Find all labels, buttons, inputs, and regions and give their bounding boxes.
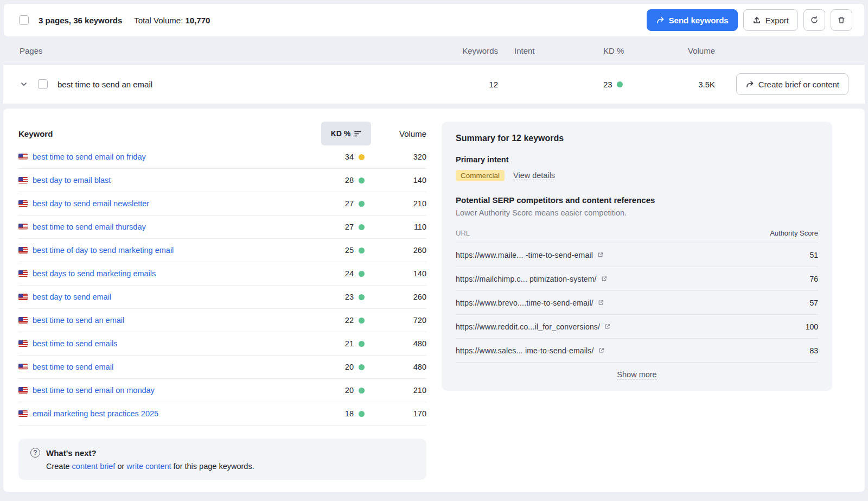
us-flag-icon bbox=[18, 177, 28, 183]
kd-dot bbox=[359, 154, 365, 160]
keyword-link[interactable]: best time to send email on monday bbox=[33, 386, 155, 395]
competitor-url-link[interactable]: https://www.brevo....time-to-send-email/ bbox=[456, 299, 604, 307]
refresh-button[interactable] bbox=[803, 9, 825, 31]
primary-intent-label: Primary intent bbox=[456, 155, 818, 164]
volume-value: 140 bbox=[380, 269, 426, 278]
url-column-header: URL bbox=[456, 229, 470, 237]
volume-value: 720 bbox=[380, 316, 426, 325]
us-flag-icon bbox=[18, 270, 28, 277]
volume-value: 210 bbox=[380, 386, 426, 395]
page-row-checkbox[interactable] bbox=[38, 79, 48, 89]
page-details-card: Keyword KD % Volume best time to send em… bbox=[3, 109, 865, 492]
competitor-row: https://www.reddit.co...il_for_conversio… bbox=[456, 315, 818, 339]
kd-value: 25 bbox=[345, 246, 354, 255]
us-flag-icon bbox=[18, 364, 28, 370]
kd-dot bbox=[359, 271, 365, 277]
keyword-row: best time to send emails 21 480 bbox=[18, 332, 426, 356]
us-flag-icon bbox=[18, 224, 28, 230]
serp-competitors-title: Potential SERP competitors and content r… bbox=[456, 195, 818, 205]
keyword-link[interactable]: best day to send email bbox=[33, 293, 111, 301]
us-flag-icon bbox=[18, 340, 28, 347]
kd-value: 28 bbox=[345, 176, 354, 185]
keyword-row: best day to send email newsletter 27 210 bbox=[18, 192, 426, 215]
keyword-link[interactable]: best time to send emails bbox=[33, 339, 117, 348]
kd-value: 21 bbox=[345, 339, 354, 348]
kd-value: 20 bbox=[345, 386, 354, 395]
keywords-header: Keywords bbox=[438, 46, 498, 55]
total-volume-label: Total Volume: bbox=[134, 16, 183, 25]
send-keywords-label: Send keywords bbox=[669, 16, 729, 25]
keyword-link[interactable]: best time to send an email bbox=[33, 316, 124, 325]
us-flag-icon bbox=[18, 294, 28, 300]
send-keywords-button[interactable]: Send keywords bbox=[647, 9, 738, 31]
us-flag-icon bbox=[18, 200, 28, 207]
keyword-link[interactable]: best time to send email bbox=[33, 363, 113, 371]
pages-header: Pages bbox=[20, 46, 438, 55]
keyword-row: best day to email blast 28 140 bbox=[18, 169, 426, 192]
external-link-icon bbox=[601, 275, 608, 282]
keyword-row: best time of day to send marketing email… bbox=[18, 239, 426, 262]
view-details-link[interactable]: View details bbox=[513, 171, 555, 180]
keyword-link[interactable]: best time to send email thursday bbox=[33, 223, 146, 231]
page-row: best time to send an email 12 23 3.5K Cr… bbox=[3, 64, 865, 104]
volume-value: 140 bbox=[380, 176, 426, 185]
whats-next-middle: or bbox=[115, 462, 126, 471]
keyword-row: best time to send email on friday 34 320 bbox=[18, 145, 426, 169]
kd-dot bbox=[359, 411, 365, 417]
pages-column-headers: Pages Keywords Intent KD % Volume bbox=[3, 37, 865, 64]
send-arrow-icon bbox=[656, 16, 665, 24]
select-all-checkbox[interactable] bbox=[19, 15, 29, 25]
keyword-row: best day to send email 23 260 bbox=[18, 286, 426, 309]
page-kd-value: 23 bbox=[603, 80, 612, 89]
export-button[interactable]: Export bbox=[743, 9, 798, 31]
competitor-url-text: https://www.sales... ime-to-send-emails/ bbox=[456, 346, 594, 355]
external-link-icon bbox=[597, 299, 604, 306]
us-flag-icon bbox=[18, 410, 28, 417]
kd-header: KD % bbox=[596, 46, 655, 55]
keyword-link[interactable]: best time of day to send marketing email bbox=[33, 246, 174, 255]
keyword-link[interactable]: best day to send email newsletter bbox=[33, 199, 149, 208]
volume-value: 210 bbox=[380, 199, 426, 208]
page-volume: 3.5K bbox=[655, 80, 715, 89]
whats-next-title: What's next? bbox=[46, 448, 97, 458]
competitor-url-text: https://www.reddit.co...il_for_conversio… bbox=[456, 322, 600, 331]
write-content-link[interactable]: write content bbox=[126, 462, 171, 471]
show-more-link[interactable]: Show more bbox=[617, 370, 656, 379]
keyword-row: best time to send an email 22 720 bbox=[18, 309, 426, 332]
competitor-rows: https://www.maile... -time-to-send-email… bbox=[456, 243, 818, 363]
competitor-url-link[interactable]: https://www.sales... ime-to-send-emails/ bbox=[456, 346, 605, 355]
delete-button[interactable] bbox=[831, 9, 852, 31]
keyword-table-header: Keyword KD % Volume bbox=[18, 122, 426, 145]
authority-score-value: 100 bbox=[806, 322, 818, 331]
competitor-url-link[interactable]: https://mailchimp.c... ptimization-syste… bbox=[456, 275, 608, 283]
kd-dot bbox=[359, 318, 365, 324]
keyword-link[interactable]: email marketing best practices 2025 bbox=[33, 409, 158, 418]
kd-value: 23 bbox=[345, 293, 354, 301]
kd-value: 27 bbox=[345, 223, 354, 231]
kd-value: 34 bbox=[345, 153, 354, 161]
keyword-link[interactable]: best day to email blast bbox=[33, 176, 111, 185]
volume-column-header: Volume bbox=[380, 129, 426, 138]
keyword-link[interactable]: best days to send marketing emails bbox=[33, 269, 156, 278]
total-volume: Total Volume: 10,770 bbox=[134, 16, 210, 25]
keyword-link[interactable]: best time to send email on friday bbox=[33, 153, 146, 161]
kd-value: 20 bbox=[345, 363, 354, 371]
us-flag-icon bbox=[18, 317, 28, 324]
competitor-table-header: URL Authority Score bbox=[456, 224, 818, 243]
export-icon bbox=[752, 16, 761, 24]
kd-dot bbox=[359, 224, 365, 230]
create-brief-arrow-icon bbox=[745, 80, 754, 88]
competitor-row: https://www.sales... ime-to-send-emails/… bbox=[456, 339, 818, 363]
competitor-url-link[interactable]: https://www.maile... -time-to-send-email bbox=[456, 251, 604, 259]
chevron-down-icon[interactable] bbox=[20, 80, 28, 88]
whats-next-prefix: Create bbox=[46, 462, 72, 471]
content-brief-link[interactable]: content brief bbox=[72, 462, 116, 471]
external-link-icon bbox=[598, 347, 605, 354]
whats-next-box: ? What's next? Create content brief or w… bbox=[18, 439, 426, 480]
kd-column-header-label: KD % bbox=[331, 129, 351, 138]
competitor-url-link[interactable]: https://www.reddit.co...il_for_conversio… bbox=[456, 322, 611, 331]
kd-sort-header[interactable]: KD % bbox=[321, 122, 371, 145]
us-flag-icon bbox=[18, 154, 28, 160]
create-brief-button[interactable]: Create brief or content bbox=[736, 73, 848, 95]
kd-value: 18 bbox=[345, 409, 354, 418]
